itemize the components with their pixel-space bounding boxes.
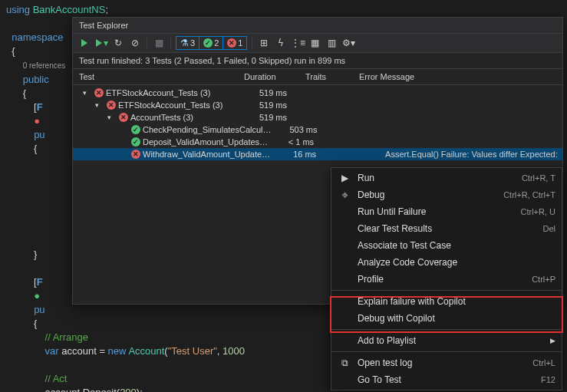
test-duration: 519 ms (241, 100, 302, 110)
test-duration: 503 ms (272, 125, 333, 134)
test-error: Assert.Equal() Failure: Values differ Ex… (385, 150, 559, 159)
panel-title: Test Explorer (73, 18, 562, 34)
menu-item[interactable]: Associate to Test Case (331, 237, 562, 254)
menu-label: Explain failure with Copilot (358, 296, 549, 307)
group-button[interactable]: ▦ (308, 36, 321, 50)
test-label: AccountTests (3) (130, 113, 193, 122)
menu-item[interactable]: ▶RunCtrl+R, T (331, 170, 562, 186)
toolbar: ▾ ↻ ⊘ ▦ ⚗3 ✓2 ✕1 ⊞ ϟ ⋮≡ ▦ ▥ ⚙▾ (73, 34, 562, 53)
test-row[interactable]: ✓Deposit_ValidAmount_Updates…< 1 ms (73, 136, 562, 148)
menu-shortcut: Ctrl+R, T (522, 173, 555, 183)
run-button[interactable]: ▾ (94, 36, 108, 50)
chevron-icon[interactable]: ▾ (95, 101, 104, 109)
counter-failed[interactable]: ✕1 (223, 37, 246, 49)
chevron-icon[interactable]: ▾ (107, 114, 117, 121)
menu-separator (331, 329, 562, 330)
menu-icon: ⎆ (338, 189, 351, 200)
repeat-button[interactable]: ↻ (111, 36, 125, 50)
menu-item[interactable]: Clear Test ResultsDel (331, 220, 562, 237)
menu-shortcut: Ctrl+R, Ctrl+T (503, 190, 555, 199)
menu-label: Associate to Test Case (358, 240, 549, 251)
cancel-button[interactable]: ⊘ (128, 36, 142, 50)
test-duration: 519 ms (241, 88, 302, 97)
settings-button[interactable]: ⚙▾ (341, 36, 355, 50)
menu-label: Analyze Code Coverage (358, 257, 549, 268)
run-all-button[interactable] (77, 36, 91, 50)
test-label: Deposit_ValidAmount_Updates… (143, 137, 268, 147)
show-playlist-button[interactable]: ▦ (152, 36, 166, 50)
test-row[interactable]: ✕Withdraw_ValidAmount_Update…16 msAssert… (73, 148, 562, 160)
test-row[interactable]: ▾✕ETFStockAccount_Tests (3)519 ms (73, 99, 562, 111)
menu-item[interactable]: Debug with Copilot (331, 310, 562, 327)
toggle-button-1[interactable]: ⊞ (257, 36, 271, 50)
test-label: CheckPending_SimulatesCalcul… (143, 125, 272, 134)
menu-label: Profile (358, 274, 526, 285)
menu-icon: ⧉ (338, 357, 351, 368)
filter-button[interactable]: ⋮≡ (291, 36, 305, 50)
menu-item[interactable]: Explain failure with Copilot (331, 293, 562, 310)
menu-icon: ▶ (338, 173, 351, 183)
pass-icon: ✓ (131, 137, 140, 147)
chevron-icon[interactable]: ▾ (83, 89, 92, 97)
menu-item[interactable]: Run Until FailureCtrl+R, U (331, 203, 562, 220)
test-row[interactable]: ▾✕AccountTests (3)519 ms (73, 111, 562, 124)
fail-icon: ✕ (94, 88, 104, 97)
col-header-traits[interactable]: Traits (305, 72, 359, 81)
menu-label: Run (358, 173, 516, 183)
fail-icon: ✕ (119, 113, 128, 122)
menu-label: Clear Test Results (358, 223, 536, 234)
test-duration: 16 ms (270, 150, 331, 159)
menu-shortcut: Ctrl+R, U (520, 207, 555, 216)
menu-label: Add to Playlist (358, 335, 544, 346)
counter-total[interactable]: ⚗3 (176, 37, 199, 49)
menu-item[interactable]: ⧉Open test logCtrl+L (331, 354, 562, 371)
test-counters: ⚗3 ✓2 ✕1 (176, 36, 247, 50)
bolt-button[interactable]: ϟ (274, 36, 288, 50)
col-header-test[interactable]: Test (79, 72, 244, 81)
col-header-duration[interactable]: Duration (244, 72, 305, 81)
pass-icon: ✓ (131, 125, 140, 134)
menu-item[interactable]: Add to Playlist▶ (331, 332, 562, 349)
columns-button[interactable]: ▥ (325, 36, 338, 50)
test-row[interactable]: ✓CheckPending_SimulatesCalcul…503 ms (73, 124, 562, 136)
context-menu: ▶RunCtrl+R, T⎆DebugCtrl+R, Ctrl+TRun Unt… (331, 167, 562, 390)
menu-shortcut: Ctrl+P (532, 275, 555, 284)
menu-item[interactable]: Go To TestF12 (331, 371, 562, 388)
fail-icon: ✕ (131, 150, 140, 159)
menu-separator (331, 290, 562, 291)
menu-separator (331, 351, 562, 352)
menu-item[interactable]: Analyze Code Coverage (331, 254, 562, 271)
test-duration: 519 ms (241, 113, 302, 122)
test-duration: < 1 ms (268, 137, 329, 147)
menu-label: Debug with Copilot (358, 313, 549, 324)
column-headers: Test Duration Traits Error Message (73, 69, 562, 85)
test-label: Withdraw_ValidAmount_Update… (143, 150, 270, 159)
menu-label: Go To Test (358, 374, 535, 385)
menu-shortcut: Ctrl+L (532, 358, 555, 367)
col-header-error[interactable]: Error Message (359, 72, 556, 81)
test-label: ETFStockAccount_Tests (3) (118, 100, 223, 110)
menu-label: Debug (358, 189, 497, 200)
menu-label: Run Until Failure (358, 206, 514, 217)
fail-icon: ✕ (107, 100, 116, 110)
test-row[interactable]: ▾✕ETFStockAccount_Tests (3)519 ms (73, 87, 562, 99)
counter-passed[interactable]: ✓2 (199, 37, 223, 49)
submenu-arrow-icon: ▶ (550, 337, 555, 344)
menu-label: Open test log (358, 357, 526, 368)
menu-item[interactable]: ⎆DebugCtrl+R, Ctrl+T (331, 186, 562, 203)
menu-shortcut: F12 (541, 375, 555, 384)
menu-item[interactable]: ProfileCtrl+P (331, 271, 562, 288)
test-label: ETFStockAccount_Tests (3) (106, 88, 210, 97)
status-line: Test run finished: 3 Tests (2 Passed, 1 … (73, 53, 562, 69)
menu-shortcut: Del (542, 224, 555, 233)
